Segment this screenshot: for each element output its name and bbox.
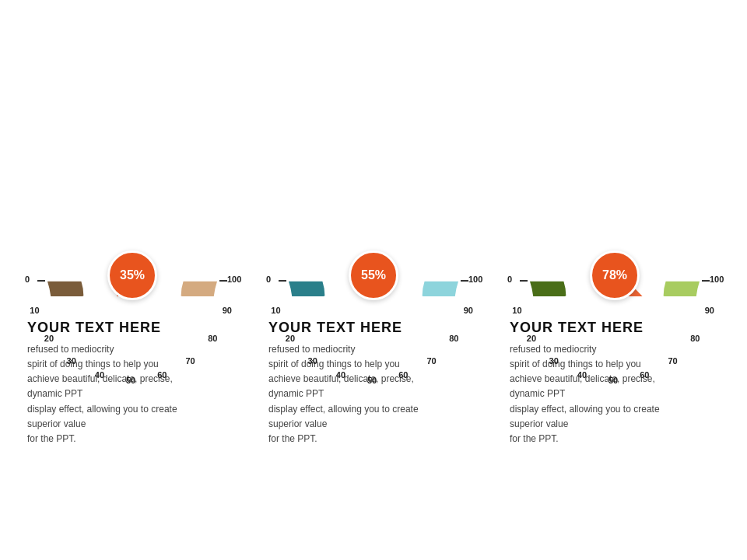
gauge-text-line: display effect, allowing you to create: [27, 402, 177, 417]
tick-label: 50: [367, 376, 377, 385]
gauge-text-line: superior value: [268, 417, 419, 432]
tick-label: 80: [449, 334, 458, 343]
tick-label: 0: [507, 275, 512, 284]
main-container: 010203040506070809010035%YOUR TEXT HEREr…: [0, 0, 747, 560]
tick-label: 30: [67, 356, 76, 366]
tick-label: 0: [25, 275, 30, 284]
gauge-text-line: display effect, allowing you to create: [268, 402, 419, 417]
gauge-text-line: display effect, allowing you to create: [510, 402, 660, 417]
tick-label: 100: [468, 275, 482, 284]
gauge-body-text: refused to mediocrityspirit of doing thi…: [27, 342, 177, 446]
tick-label: 70: [426, 356, 436, 366]
tick-label: 0: [266, 275, 271, 284]
tick-label: 20: [527, 334, 536, 343]
tick-label: 40: [577, 370, 587, 380]
gauge-body-text: refused to mediocrityspirit of doing thi…: [510, 342, 660, 446]
tick-label: 80: [208, 334, 217, 343]
tick-label: 30: [549, 356, 559, 366]
gauge-card-gauge-1: 010203040506070809010035%YOUR TEXT HEREr…: [27, 160, 237, 446]
tick-label: 40: [95, 370, 104, 380]
gauge-percentage-badge: 35%: [107, 250, 157, 300]
tick-label: 20: [44, 334, 54, 343]
gauge-text-line: for the PPT.: [268, 432, 419, 446]
tick-label: 90: [464, 306, 473, 315]
tick-label: 50: [608, 376, 618, 385]
tick-label: 70: [668, 356, 677, 366]
gauge-text-line: dynamic PPT: [27, 387, 177, 401]
gauge-wrapper-gauge-3: 010203040506070809010078%: [510, 160, 720, 304]
gauge-text-line: dynamic PPT: [268, 387, 419, 401]
gauge-text-line: superior value: [510, 417, 660, 432]
gauge-text-line: dynamic PPT: [510, 387, 660, 401]
tick-label: 70: [185, 356, 195, 366]
gauges-row: 010203040506070809010035%YOUR TEXT HEREr…: [27, 114, 720, 446]
gauge-text-line: spirit of doing things to help you: [268, 357, 419, 372]
gauge-text-line: superior value: [27, 417, 177, 432]
gauge-card-gauge-3: 010203040506070809010078%YOUR TEXT HEREr…: [510, 160, 720, 446]
gauge-wrapper-gauge-1: 010203040506070809010035%: [27, 160, 237, 304]
tick-label: 10: [30, 306, 39, 315]
gauge-text-line: spirit of doing things to help you: [510, 357, 660, 372]
gauge-text-line: refused to mediocrity: [510, 342, 660, 357]
gauge-text-line: spirit of doing things to help you: [27, 357, 177, 372]
gauge-card-gauge-2: 010203040506070809010055%YOUR TEXT HEREr…: [268, 160, 479, 446]
tick-label: 50: [126, 376, 135, 385]
gauge-wrapper-gauge-2: 010203040506070809010055%: [268, 160, 479, 304]
tick-label: 60: [398, 370, 408, 380]
tick-label: 30: [308, 356, 317, 366]
tick-label: 100: [227, 275, 241, 284]
gauge-text-line: for the PPT.: [510, 432, 660, 446]
gauge-percentage-badge: 55%: [349, 250, 398, 300]
gauge-percentage-badge: 78%: [590, 250, 640, 300]
gauge-text-line: for the PPT.: [27, 432, 177, 446]
tick-label: 90: [705, 306, 714, 315]
tick-label: 10: [271, 306, 280, 315]
gauge-body-text: refused to mediocrityspirit of doing thi…: [268, 342, 419, 446]
tick-label: 60: [157, 370, 167, 380]
tick-label: 100: [710, 275, 724, 284]
tick-label: 20: [286, 334, 295, 343]
tick-label: 40: [336, 370, 345, 380]
tick-label: 60: [640, 370, 649, 380]
gauge-text-line: refused to mediocrity: [27, 342, 177, 357]
gauge-text-line: refused to mediocrity: [268, 342, 419, 357]
tick-label: 90: [223, 306, 232, 315]
tick-label: 10: [512, 306, 521, 315]
tick-label: 80: [690, 334, 700, 343]
